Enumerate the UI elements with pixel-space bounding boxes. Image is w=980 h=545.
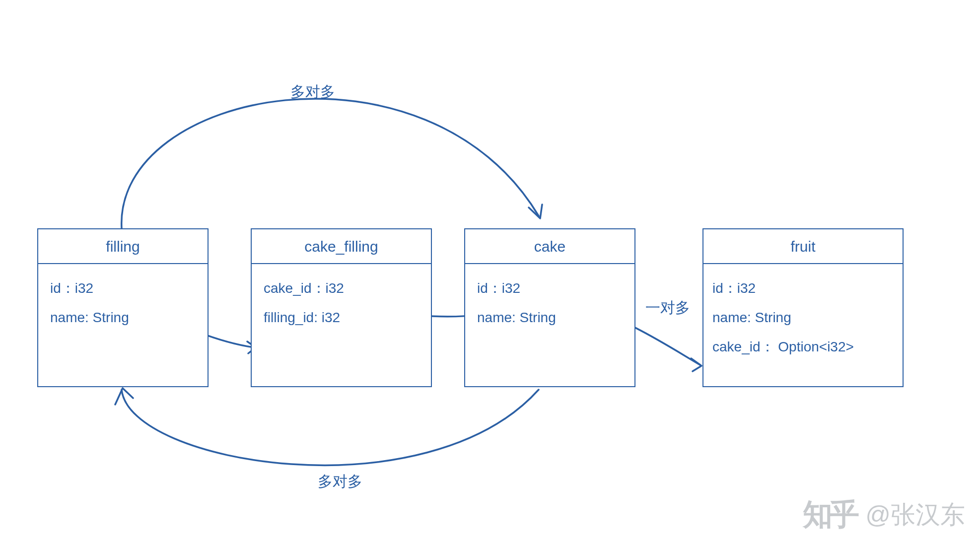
entity-fruit-title: fruit — [703, 229, 903, 264]
field: id：i32 — [50, 274, 196, 303]
field: id：i32 — [477, 274, 623, 303]
rel-label-right: 一对多 — [645, 298, 690, 318]
field: filling_id: i32 — [264, 303, 419, 333]
entity-cake-filling: cake_filling cake_id：i32 filling_id: i32 — [251, 228, 432, 387]
entity-filling-body: id：i32 name: String — [38, 264, 208, 344]
field: cake_id：i32 — [264, 274, 419, 303]
watermark-author: @张汉东 — [865, 498, 965, 532]
entity-cake-filling-body: cake_id：i32 filling_id: i32 — [252, 264, 431, 344]
zhihu-logo: 知乎 — [803, 495, 856, 535]
entity-cake: cake id：i32 name: String — [464, 228, 635, 387]
entity-cake-filling-title: cake_filling — [252, 229, 431, 264]
watermark: 知乎 @张汉东 — [803, 495, 965, 535]
entity-cake-body: id：i32 name: String — [465, 264, 634, 344]
entity-filling-title: filling — [38, 229, 208, 264]
entity-filling: filling id：i32 name: String — [37, 228, 209, 387]
entity-fruit: fruit id：i32 name: String cake_id： Optio… — [702, 228, 904, 387]
entity-fruit-body: id：i32 name: String cake_id： Option<i32> — [703, 264, 903, 373]
field: id：i32 — [712, 274, 897, 303]
field: name: String — [712, 303, 897, 333]
entity-cake-title: cake — [465, 229, 634, 264]
field: name: String — [477, 303, 623, 333]
rel-label-top: 多对多 — [290, 82, 335, 102]
field: cake_id： Option<i32> — [712, 333, 897, 362]
rel-label-bottom: 多对多 — [318, 472, 362, 492]
field: name: String — [50, 303, 196, 333]
